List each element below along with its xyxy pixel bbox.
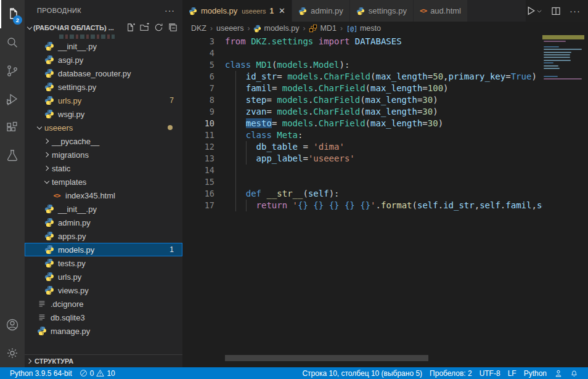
code-line-12: db_table = 'dima' bbox=[225, 141, 542, 153]
line-numbers-gutter: 34567891011121314151617 bbox=[182, 36, 214, 211]
code-line-7: famil= models.CharField(max_length=100) bbox=[225, 83, 542, 94]
tree-item-manage-py[interactable]: manage.py bbox=[25, 324, 182, 338]
minimap-line bbox=[544, 46, 559, 47]
files-icon[interactable]: 2 bbox=[0, 0, 25, 28]
testing-icon[interactable] bbox=[0, 142, 25, 170]
tree-item-templates[interactable]: templates bbox=[25, 175, 182, 189]
new-folder-icon[interactable] bbox=[140, 23, 149, 33]
run-button[interactable] bbox=[526, 6, 542, 16]
close-icon[interactable]: ✕ bbox=[279, 6, 285, 15]
refresh-icon[interactable] bbox=[154, 23, 163, 33]
tree-item-views-py[interactable]: views.py bbox=[25, 283, 182, 297]
tree-item-migrations[interactable]: migrations bbox=[25, 148, 182, 161]
outline-section-header[interactable]: СТРУКТУРА bbox=[25, 354, 182, 367]
search-icon[interactable] bbox=[0, 28, 25, 57]
code-editor[interactable]: 34567891011121314151617 from DKZ.setting… bbox=[182, 35, 588, 361]
line-number: 8 bbox=[182, 94, 214, 106]
chevron-right-icon bbox=[27, 359, 32, 364]
line-number: 6 bbox=[182, 71, 214, 83]
breadcrumb-md1[interactable]: MD1 bbox=[309, 24, 336, 33]
tree-item-wsgi-py[interactable]: wsgi.py bbox=[25, 107, 182, 121]
tree-item--init-py[interactable]: __init__.py bbox=[25, 39, 182, 53]
code-line-13: app_label='useeers' bbox=[225, 153, 542, 165]
tree-item-apps-py[interactable]: apps.py bbox=[25, 229, 182, 243]
tree-item-database-roouter-py[interactable]: database_roouter.py bbox=[25, 67, 182, 80]
account-icon[interactable] bbox=[0, 311, 25, 339]
run-debug-icon[interactable] bbox=[0, 85, 25, 113]
breadcrumb-models-py[interactable]: models.py bbox=[253, 24, 299, 33]
editor-more-icon[interactable]: ··· bbox=[570, 6, 581, 16]
encoding[interactable]: UTF-8 bbox=[476, 367, 504, 379]
tree-item-label: models.py bbox=[58, 245, 94, 255]
tree-item-label: useeers bbox=[44, 123, 73, 132]
eol-sequence[interactable]: LF bbox=[504, 367, 520, 379]
tab-settings-py[interactable]: settings.py bbox=[350, 0, 414, 22]
sidebar-more-icon[interactable]: ··· bbox=[165, 6, 175, 15]
tree-item-admin-py[interactable]: admin.py bbox=[25, 216, 182, 229]
chevron-down-icon bbox=[27, 25, 32, 30]
tab-label: settings.py bbox=[369, 6, 407, 15]
tree-item--pycache-[interactable]: __pycache__ bbox=[25, 134, 182, 148]
tree-item-label: tests.py bbox=[58, 259, 86, 268]
tree-item--init-py[interactable]: __init__.py bbox=[25, 202, 182, 216]
horizontal-scrollbar[interactable] bbox=[225, 355, 428, 361]
tree-item-static[interactable]: static bbox=[25, 161, 182, 175]
python-interpreter[interactable]: Python 3.9.5 64-bit bbox=[6, 367, 76, 379]
language-mode[interactable]: Python bbox=[520, 367, 550, 379]
html-file-icon: <> bbox=[420, 7, 427, 15]
feedback-icon[interactable] bbox=[550, 367, 566, 379]
minimap-line bbox=[544, 52, 571, 53]
settings-gear-icon[interactable] bbox=[0, 339, 25, 367]
source-control-icon[interactable] bbox=[0, 57, 25, 85]
tree-item-label: database_roouter.py bbox=[58, 69, 131, 78]
tree-item-asgi-py[interactable]: asgi.py bbox=[25, 53, 182, 67]
minimap[interactable] bbox=[542, 35, 584, 282]
chevron-down-icon bbox=[37, 125, 42, 130]
python-file-icon bbox=[44, 258, 54, 268]
python-file-icon bbox=[44, 204, 54, 214]
chevron-right-icon bbox=[44, 139, 49, 144]
breadcrumb-mesto[interactable]: [@]mesto bbox=[346, 24, 381, 33]
workspace-section-header[interactable]: (РАБОЧАЯ ОБЛАСТЬ) ... bbox=[25, 21, 182, 35]
notifications-bell-icon[interactable] bbox=[566, 367, 582, 379]
new-file-icon[interactable] bbox=[126, 23, 135, 33]
split-editor-icon[interactable] bbox=[551, 6, 561, 16]
tree-item-label: static bbox=[52, 164, 70, 173]
tree-item-urls-py[interactable]: urls.py7 bbox=[25, 94, 182, 107]
indentation[interactable]: Пробелов: 2 bbox=[426, 367, 476, 379]
line-number: 7 bbox=[182, 83, 214, 94]
python-file-icon bbox=[44, 272, 54, 282]
tree-item--dcignore[interactable]: .dcignore bbox=[25, 297, 182, 311]
tree-item-useeers[interactable]: useeers bbox=[25, 121, 182, 134]
extensions-icon[interactable] bbox=[0, 113, 25, 142]
line-number: 9 bbox=[182, 106, 214, 118]
line-number: 14 bbox=[182, 165, 214, 176]
tab-bar: models.pyuseeers1✕admin.pysettings.py<>a… bbox=[182, 0, 588, 22]
problems-indicator[interactable]: 010 bbox=[76, 367, 119, 379]
code-line-14 bbox=[225, 165, 542, 176]
problems-badge: 1 bbox=[169, 245, 174, 254]
tree-item-urls-py[interactable]: urls.py bbox=[25, 270, 182, 283]
tree-item-index345-html[interactable]: <>index345.html bbox=[25, 189, 182, 202]
minimap-line bbox=[544, 57, 570, 58]
collapse-all-icon[interactable] bbox=[168, 23, 178, 33]
minimap-highlight bbox=[542, 35, 584, 39]
tree-item-db-sqlite3[interactable]: db.sqlite3 bbox=[25, 311, 182, 324]
cursor-position[interactable]: Строка 10, столбец 10 (выбрано 5) bbox=[298, 367, 426, 379]
class-icon bbox=[309, 24, 317, 33]
tab-aud-html[interactable]: <>aud.html bbox=[414, 0, 468, 22]
tree-item-models-py[interactable]: models.py1 bbox=[25, 243, 182, 256]
tree-item-label: manage.py bbox=[51, 327, 90, 336]
tree-item-tests-py[interactable]: tests.py bbox=[25, 256, 182, 270]
breadcrumb-dkz[interactable]: DKZ bbox=[191, 24, 206, 33]
tree-item-label: __pycache__ bbox=[52, 137, 99, 146]
tree-item-label: urls.py bbox=[58, 96, 81, 105]
tree-item-label: wsgi.py bbox=[58, 110, 84, 119]
breadcrumb-useeers[interactable]: useeers bbox=[216, 24, 243, 33]
tab-models-py[interactable]: models.pyuseeers1✕ bbox=[182, 0, 292, 22]
tree-item-settings-py[interactable]: settings.py bbox=[25, 80, 182, 94]
tab-admin-py[interactable]: admin.py bbox=[292, 0, 350, 22]
explorer-badge: 2 bbox=[13, 15, 22, 25]
line-number: 11 bbox=[182, 129, 214, 141]
code-line-15 bbox=[225, 176, 542, 188]
